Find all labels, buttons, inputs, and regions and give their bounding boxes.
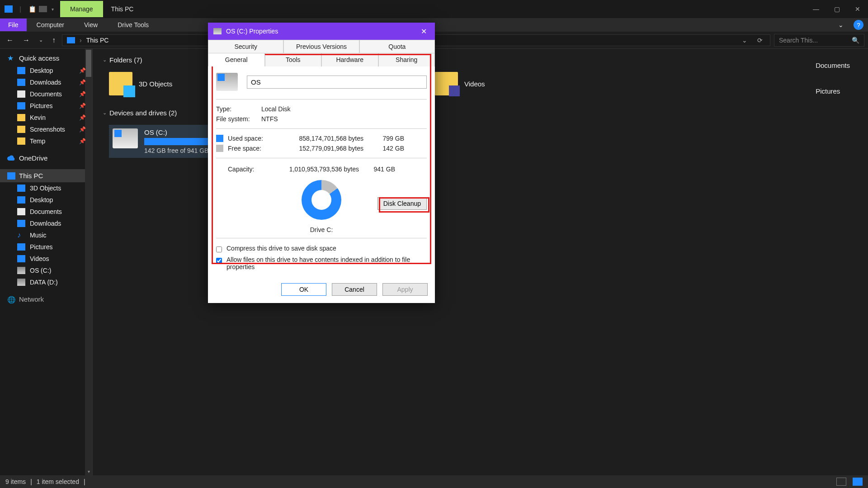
sidebar-onedrive[interactable]: OneDrive [0,152,92,165]
used-gb: 799 GB [368,135,404,142]
pin-icon: 📌 [79,126,86,133]
minimize-button[interactable]: — [806,0,826,18]
sidebar-item-documents-pc[interactable]: Documents [0,206,92,218]
fs-value: NTFS [261,115,427,123]
help-icon[interactable]: ? [854,20,863,30]
refresh-icon[interactable]: ⟳ [755,37,765,44]
pin-icon: 📌 [79,103,86,109]
sidebar-quick-access[interactable]: ★Quick access [0,52,92,65]
capacity-gb: 941 GB [359,166,395,173]
file-menu[interactable]: File [0,19,27,31]
drive-icon [216,73,238,91]
sidebar-item-desktop[interactable]: Desktop📌 [0,65,92,76]
dialog-titlebar[interactable]: OS (C:) Properties ✕ [208,23,435,40]
folder-icon [434,72,458,95]
apply-button[interactable]: Apply [382,283,428,296]
pin-icon: 📌 [79,79,86,85]
scroll-down-icon[interactable]: ▾ [85,468,92,475]
network-icon: 🌐 [7,296,15,303]
type-value: Local Disk [261,105,427,113]
sidebar-item-kevin[interactable]: Kevin📌 [0,112,92,123]
window-title: This PC [103,5,142,13]
sidebar-this-pc[interactable]: This PC [0,169,92,182]
used-swatch-icon [216,135,223,142]
search-box[interactable]: Search This... 🔍 [774,34,864,47]
navigation-pane: ▴ ▾ ★Quick access Desktop📌 Downloads📌 Do… [0,49,93,475]
tab-quota[interactable]: Quota [359,40,435,53]
free-bytes: 152,779,091,968 bytes [273,145,363,152]
chevron-down-icon: ⌄ [103,57,107,63]
tab-security[interactable]: Security [208,40,283,53]
folder-pictures[interactable]: Pictures [816,87,850,95]
sidebar-item-pictures-pc[interactable]: Pictures [0,241,92,253]
tab-tools[interactable]: Tools [265,53,322,66]
compress-label: Compress this drive to save disk space [226,245,336,252]
pin-icon: 📌 [79,91,86,97]
location-pc-icon [67,37,75,43]
breadcrumb[interactable]: This PC [86,37,109,44]
ribbon-tab-drive-tools[interactable]: Drive Tools [108,19,159,31]
sidebar-item-music[interactable]: ♪Music [0,229,92,241]
up-button[interactable]: ↑ [49,36,58,44]
sidebar-item-os-c[interactable]: OS (C:) [0,265,92,276]
sidebar-item-3d-objects[interactable]: 3D Objects [0,182,92,194]
compress-checkbox-row[interactable]: Compress this drive to save disk space [216,243,427,254]
sidebar-item-downloads-pc[interactable]: Downloads [0,218,92,229]
free-gb: 142 GB [368,145,404,152]
ribbon-context-manage[interactable]: Manage [60,1,103,17]
index-label: Allow files on this drive to have conten… [226,256,427,270]
cancel-button[interactable]: Cancel [332,283,377,296]
sidebar-item-data-d[interactable]: DATA (D:) [0,276,92,288]
sidebar-item-pictures[interactable]: Pictures📌 [0,100,92,112]
index-checkbox-row[interactable]: Allow files on this drive to have conten… [216,254,427,272]
dialog-body: Type:Local Disk File system:NTFS Used sp… [208,66,435,278]
folder-documents[interactable]: Documents [816,62,850,69]
close-button[interactable]: ✕ [847,0,868,18]
history-chevron-icon[interactable]: ⌄ [739,37,750,44]
divider-icon: | [15,4,25,14]
used-label: Used space: [228,135,269,142]
properties-icon[interactable]: 📋 [27,4,37,14]
index-checkbox[interactable] [216,258,222,264]
back-button[interactable]: ← [4,36,16,44]
search-placeholder: Search This... [779,37,818,44]
free-swatch-icon [216,145,223,152]
sidebar-item-screenshots[interactable]: Screenshots📌 [0,123,92,135]
drive-icon [113,128,138,148]
new-folder-icon[interactable] [39,6,47,12]
dialog-close-button[interactable]: ✕ [418,27,429,36]
usage-donut-chart [302,180,341,220]
drive-name-input[interactable] [247,76,427,89]
ribbon-tab-computer[interactable]: Computer [27,19,74,31]
maximize-button[interactable]: ▢ [826,0,847,18]
disk-cleanup-button[interactable]: Disk Cleanup [377,197,427,210]
tab-hardware[interactable]: Hardware [321,53,378,66]
history-dropdown[interactable]: ⌄ [36,37,46,43]
fs-label: File system: [216,115,261,123]
sidebar-item-documents[interactable]: Documents📌 [0,88,92,100]
pin-icon: 📌 [79,138,86,144]
sidebar-network[interactable]: 🌐Network [0,293,92,306]
sidebar-item-videos[interactable]: Videos [0,253,92,265]
details-view-button[interactable] [836,478,846,486]
forward-button[interactable]: → [20,36,33,44]
pin-icon: 📌 [79,67,86,74]
type-label: Type: [216,105,261,113]
qat-customize-dropdown[interactable]: ▾ [49,7,57,12]
pin-icon: 📌 [79,114,86,121]
status-item-count: 9 items [5,478,26,485]
compress-checkbox[interactable] [216,246,222,252]
sidebar-item-desktop-pc[interactable]: Desktop [0,194,92,206]
drive-label: Drive C: [310,226,333,233]
tab-general[interactable]: General [208,53,265,66]
ok-button[interactable]: OK [281,283,326,296]
tiles-view-button[interactable] [853,478,863,486]
ribbon-tab-view[interactable]: View [74,19,108,31]
tab-previous-versions[interactable]: Previous Versions [283,40,359,53]
sidebar-item-temp[interactable]: Temp📌 [0,135,92,147]
ribbon-collapse-icon[interactable]: ⌄ [833,21,849,28]
dialog-tabstrip: Security Previous Versions Quota General… [208,40,435,66]
tab-sharing[interactable]: Sharing [378,53,435,66]
folder-videos[interactable]: Videos [434,72,570,95]
sidebar-item-downloads[interactable]: Downloads📌 [0,76,92,88]
